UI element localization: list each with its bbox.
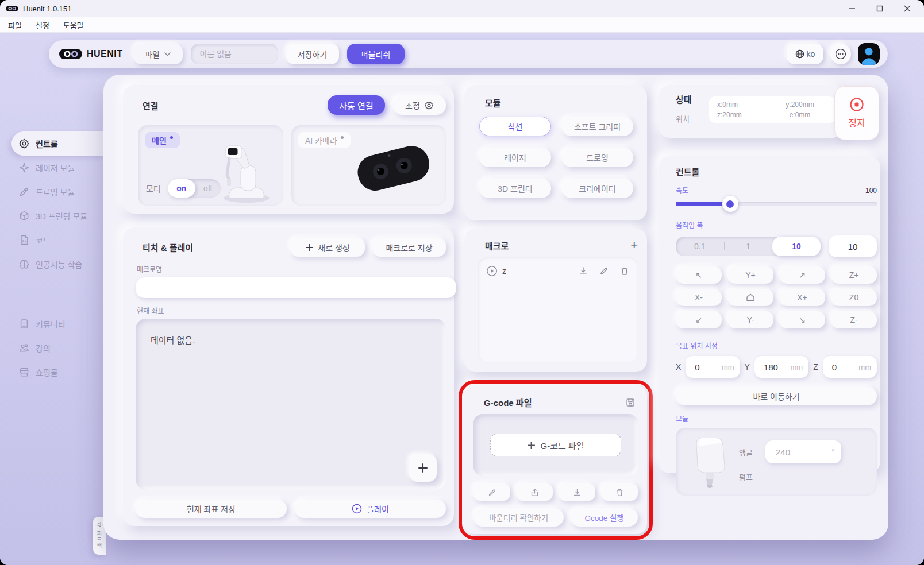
run-gcode-button[interactable]: Gcode 실행 [571,508,638,527]
close-button[interactable] [903,5,911,13]
save-disk-icon[interactable] [625,397,636,408]
sidebar-item-community[interactable]: 커뮤니티 [11,312,112,336]
maximize-button[interactable] [876,5,884,13]
jog-x-plus-button[interactable]: X+ [779,289,825,306]
angle-field[interactable]: ° [765,440,841,463]
macro-list-item[interactable]: z [486,265,630,277]
main-device-card[interactable]: 메인 [138,125,283,206]
sidebar-item-shop[interactable]: 쇼핑몰 [11,360,112,384]
save-current-coords-button[interactable]: 현재 좌표 저장 [136,500,287,518]
macro-name-input[interactable] [136,277,456,298]
module-button-drawing[interactable]: 드로잉 [561,148,633,167]
position-e: e:0mm [772,110,827,120]
adjust-button[interactable]: 조정 [393,95,446,115]
sidebar-item-laser-module[interactable]: 레이저 모듈 [11,156,112,180]
module-button-creator[interactable]: 크리에이터 [561,179,633,198]
jog-z-minus-button[interactable]: Z- [831,311,877,328]
jog-down-right-button[interactable]: ↘ [779,311,825,328]
jog-down-left-button[interactable]: ↙ [676,311,722,328]
target-z-field[interactable]: mm [823,356,877,378]
check-boundary-button[interactable]: 바운더리 확인하기 [473,508,564,527]
gcode-drop-area[interactable]: G-코드 파일 [473,414,638,476]
stop-button-label: 정지 [848,115,865,129]
step-option-0.1[interactable]: 0.1 [676,242,724,251]
play-button[interactable]: 플레이 [295,500,446,518]
minimize-button[interactable] [848,5,856,13]
plus-icon [527,441,536,450]
save-macro-button[interactable]: 매크로로 저장 [372,238,446,257]
add-gcode-file-button[interactable]: G-코드 파일 [490,434,621,456]
project-name-input[interactable] [191,44,278,64]
target-y-field[interactable]: mm [754,356,808,378]
step-option-10-selected[interactable]: 10 [772,237,821,256]
sidebar-item-control[interactable]: 컨트롤 [11,131,105,156]
gcode-export-button[interactable] [516,483,553,501]
target-z-input[interactable] [831,362,857,373]
play-circle-icon[interactable] [486,265,498,277]
add-macro-button[interactable]: + [630,239,638,251]
ai-camera-image [351,141,437,196]
gcode-delete-button[interactable] [601,483,638,501]
motor-off-option[interactable]: off [195,179,221,198]
step-option-1[interactable]: 1 [725,242,773,251]
jog-x-minus-button[interactable]: X- [676,289,722,306]
gcode-download-button[interactable] [559,483,595,501]
auto-connect-button[interactable]: 자동 연결 [328,95,385,115]
edit-icon[interactable] [599,266,609,276]
motor-toggle[interactable]: on off [168,179,221,198]
target-x-input[interactable] [694,362,719,373]
speed-slider-thumb[interactable] [722,196,738,212]
avatar[interactable] [858,43,880,65]
position-readout: x:0mm y:200mm z:20mm e:0mm [709,96,836,123]
language-button[interactable]: ko [787,44,823,64]
motor-on-option[interactable]: on [168,179,195,198]
jog-y-minus-button[interactable]: Y- [727,311,773,328]
stop-button[interactable]: 정지 [834,86,879,140]
ai-camera-label: AI 카메라 [305,134,337,146]
macro-list: z [478,257,638,363]
sidebar-item-code[interactable]: 코드 [11,228,112,252]
delete-icon[interactable] [619,266,630,276]
module-button-3d-printer[interactable]: 3D 프린터 [479,179,551,198]
publish-button[interactable]: 퍼블리쉬 [347,44,405,64]
home-button[interactable] [727,289,773,306]
more-button[interactable] [830,44,851,64]
jog-up-right-button[interactable]: ↗ [779,266,825,284]
step-value-box[interactable]: 10 [829,235,877,257]
menu-help[interactable]: 도움말 [63,20,84,30]
status-panel: 상태 위치 x:0mm y:200mm z:20mm e:0mm [659,85,844,138]
angle-label: 앵글 [739,447,756,458]
angle-input[interactable] [775,447,815,458]
new-macro-button[interactable]: 새로 생성 [290,238,365,257]
move-now-button[interactable]: 바로 이동하기 [676,387,877,405]
file-dropdown[interactable]: 파일 [133,44,183,64]
jog-up-left-button[interactable]: ↖ [676,266,722,284]
download-icon[interactable] [578,266,588,276]
sidebar-item-ai-learning[interactable]: 인공지능 학습 [11,252,112,276]
sidebar-item-lectures[interactable]: 강의 [11,336,112,360]
jog-z-plus-button[interactable]: Z+ [831,266,877,284]
unit-mm: mm [722,363,734,371]
target-x-field[interactable]: mm [686,356,740,378]
menu-settings[interactable]: 설정 [36,20,49,30]
app-root: Huenit 1.0.151 파일 설정 도움말 HUENIT 파일 저장하기 … [0,0,924,565]
sidebar-item-drawing-module[interactable]: 드로잉 모듈 [11,180,112,204]
megaphone-icon [96,521,103,528]
module-button-suction[interactable]: 석션 [479,117,551,136]
target-y-input[interactable] [763,362,788,373]
add-coordinate-button[interactable] [409,454,437,482]
jog-y-plus-button[interactable]: Y+ [727,266,773,284]
module-button-laser[interactable]: 레이저 [479,148,551,167]
gcode-edit-button[interactable] [473,483,510,501]
save-button[interactable]: 저장하기 [286,44,339,64]
axis-x-label: X [676,362,681,371]
new-macro-label: 새로 생성 [318,242,349,253]
target-position-label: 목표 위치 지정 [676,340,877,350]
jog-z-zero-button[interactable]: Z0 [831,289,877,306]
module-button-soft-gripper[interactable]: 소프트 그리퍼 [561,117,633,136]
speed-slider[interactable] [676,202,877,206]
step-segmented-control[interactable]: 0.1 1 10 [676,237,821,256]
ai-camera-card[interactable]: AI 카메라 [291,125,446,206]
menu-file[interactable]: 파일 [8,20,22,30]
sidebar-item-3d-printing-module[interactable]: 3D 프린팅 모듈 [11,204,112,228]
